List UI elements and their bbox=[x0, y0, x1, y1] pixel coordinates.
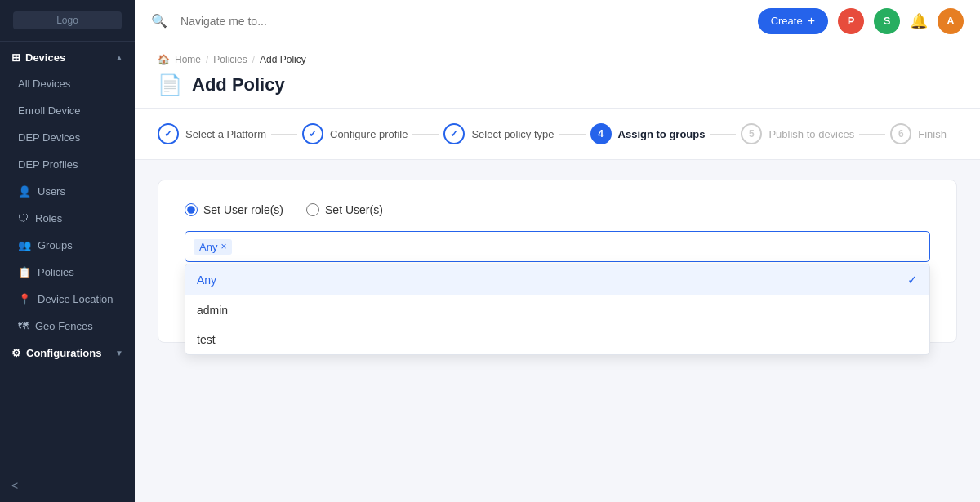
tag-label: Any bbox=[199, 241, 217, 253]
sidebar-item-configurations[interactable]: ⚙ Configurations ▼ bbox=[0, 340, 135, 367]
step-6: 6 Finish bbox=[890, 123, 947, 144]
avatar-s[interactable]: S bbox=[874, 8, 900, 34]
step-6-label: Finish bbox=[918, 128, 947, 140]
sidebar-item-groups[interactable]: 👥 Groups bbox=[0, 232, 135, 259]
plus-icon: + bbox=[808, 14, 815, 29]
person-icon: 👤 bbox=[18, 185, 31, 198]
multiselect-wrapper: Any × Any ✓ admin test bbox=[185, 231, 930, 262]
avatar-p[interactable]: P bbox=[838, 8, 864, 34]
sidebar-section-label: Devices bbox=[25, 51, 65, 64]
sidebar-item-label: Users bbox=[38, 185, 65, 198]
logo: Logo bbox=[13, 11, 122, 29]
radio-set-user-roles-label: Set User role(s) bbox=[203, 203, 283, 216]
map-icon: 🗺 bbox=[18, 320, 29, 332]
step-sep-1 bbox=[271, 134, 297, 135]
tag-any: Any × bbox=[194, 239, 232, 255]
sidebar-item-label: DEP Devices bbox=[18, 131, 80, 144]
step-3: ✓ Select policy type bbox=[443, 123, 554, 144]
breadcrumb-current: Add Policy bbox=[260, 54, 306, 65]
step-1: ✓ Select a Platform bbox=[158, 123, 266, 144]
sidebar-item-users[interactable]: 👤 Users bbox=[0, 178, 135, 205]
chevron-up-icon: ▲ bbox=[115, 53, 123, 62]
bell-icon[interactable]: 🔔 bbox=[910, 12, 928, 30]
sidebar-item-geo-fences[interactable]: 🗺 Geo Fences bbox=[0, 313, 135, 340]
breadcrumb: 🏠 Home / Policies / Add Policy bbox=[158, 54, 957, 65]
avatar-a[interactable]: A bbox=[938, 8, 964, 34]
sidebar-logo: Logo bbox=[0, 0, 135, 42]
step-sep-3 bbox=[559, 134, 586, 135]
step-2-label: Configure profile bbox=[330, 128, 408, 140]
sidebar-collapse-button[interactable]: < bbox=[0, 469, 135, 502]
step-sep-4 bbox=[710, 134, 736, 135]
main-content: 🔍 Create + P S 🔔 A 🏠 Home / Policies / A… bbox=[135, 0, 980, 502]
dropdown-list: Any ✓ admin test bbox=[185, 264, 930, 355]
step-4-circle: 4 bbox=[590, 123, 612, 144]
step-1-label: Select a Platform bbox=[185, 128, 266, 140]
radio-set-user-roles[interactable]: Set User role(s) bbox=[185, 203, 283, 216]
shield-icon: 🛡 bbox=[18, 212, 29, 224]
radio-set-users-input[interactable] bbox=[306, 203, 319, 216]
topbar: 🔍 Create + P S 🔔 A bbox=[135, 0, 980, 42]
step-3-label: Select policy type bbox=[471, 128, 554, 140]
sidebar-item-roles[interactable]: 🛡 Roles bbox=[0, 205, 135, 232]
step-5-label: Publish to devices bbox=[768, 128, 854, 140]
sidebar-item-label: Enroll Device bbox=[18, 104, 81, 117]
content-area: 🏠 Home / Policies / Add Policy 📄 Add Pol… bbox=[135, 42, 980, 502]
chevron-down-icon: ▼ bbox=[115, 349, 123, 358]
search-input[interactable] bbox=[180, 15, 442, 28]
steps-container: ✓ Select a Platform ✓ Configure profile … bbox=[135, 109, 980, 160]
sidebar-item-label: Configurations bbox=[26, 347, 101, 359]
dropdown-item-test[interactable]: test bbox=[185, 325, 929, 354]
step-4: 4 Assign to groups bbox=[590, 123, 706, 144]
sidebar-item-device-location[interactable]: 📍 Device Location bbox=[0, 286, 135, 313]
step-6-circle: 6 bbox=[890, 123, 911, 144]
step-1-circle: ✓ bbox=[158, 123, 179, 144]
step-sep-5 bbox=[859, 134, 885, 135]
page-title-row: 📄 Add Policy bbox=[158, 73, 957, 96]
step-4-label: Assign to groups bbox=[618, 128, 706, 140]
step-2: ✓ Configure profile bbox=[302, 123, 408, 144]
dropdown-item-any[interactable]: Any ✓ bbox=[185, 264, 929, 295]
create-button[interactable]: Create + bbox=[758, 8, 828, 34]
sidebar-item-dep-profiles[interactable]: DEP Profiles bbox=[0, 151, 135, 178]
form-area: Set User role(s) Set User(s) Any × bbox=[135, 160, 980, 362]
radio-set-user-roles-input[interactable] bbox=[185, 203, 198, 216]
radio-group: Set User role(s) Set User(s) bbox=[185, 203, 930, 216]
breadcrumb-sep-1: / bbox=[206, 54, 208, 65]
sidebar: Logo ⊞ Devices ▲ All Devices Enroll Devi… bbox=[0, 0, 135, 502]
step-5: 5 Publish to devices bbox=[741, 123, 854, 144]
sidebar-item-enroll-device[interactable]: Enroll Device bbox=[0, 97, 135, 124]
dropdown-item-label: test bbox=[197, 333, 216, 346]
breadcrumb-policies[interactable]: Policies bbox=[213, 54, 247, 65]
page-title: Add Policy bbox=[192, 74, 285, 96]
multiselect-box[interactable]: Any × bbox=[185, 231, 930, 262]
sidebar-item-label: Policies bbox=[38, 266, 74, 278]
form-card: Set User role(s) Set User(s) Any × bbox=[158, 180, 957, 343]
sidebar-item-policies[interactable]: 📋 Policies bbox=[0, 259, 135, 286]
sidebar-item-all-devices[interactable]: All Devices bbox=[0, 70, 135, 97]
sidebar-item-label: DEP Profiles bbox=[18, 158, 78, 171]
people-icon: 👥 bbox=[18, 239, 31, 251]
topbar-right: Create + P S 🔔 A bbox=[758, 8, 964, 34]
dropdown-item-admin[interactable]: admin bbox=[185, 295, 929, 325]
page-header: 🏠 Home / Policies / Add Policy 📄 Add Pol… bbox=[135, 42, 980, 109]
search-icon: 🔍 bbox=[151, 13, 167, 29]
step-2-circle: ✓ bbox=[302, 123, 323, 144]
dropdown-item-label: admin bbox=[197, 304, 228, 317]
create-label: Create bbox=[771, 15, 803, 27]
breadcrumb-sep-2: / bbox=[252, 54, 255, 65]
sidebar-item-label: All Devices bbox=[18, 78, 70, 90]
sidebar-section-devices[interactable]: ⊞ Devices ▲ bbox=[0, 42, 135, 70]
radio-set-users[interactable]: Set User(s) bbox=[306, 203, 383, 216]
doc-icon: 📋 bbox=[18, 266, 31, 278]
add-policy-icon: 📄 bbox=[158, 73, 182, 96]
sidebar-item-dep-devices[interactable]: DEP Devices bbox=[0, 124, 135, 151]
sidebar-item-label: Geo Fences bbox=[35, 320, 93, 332]
pin-icon: 📍 bbox=[18, 293, 31, 305]
radio-set-users-label: Set User(s) bbox=[325, 203, 383, 216]
gear-icon: ⚙ bbox=[11, 347, 21, 359]
step-sep-2 bbox=[412, 134, 439, 135]
breadcrumb-home[interactable]: Home bbox=[175, 54, 201, 65]
sidebar-item-label: Device Location bbox=[38, 293, 114, 305]
tag-close-icon[interactable]: × bbox=[220, 242, 226, 251]
